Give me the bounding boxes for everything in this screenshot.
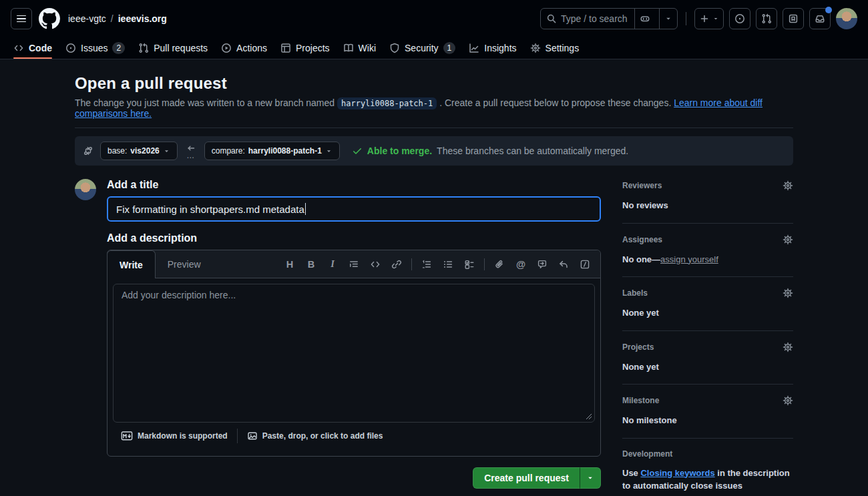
issues-icon[interactable] [729, 8, 750, 29]
shield-icon [389, 43, 400, 53]
tab-actions[interactable]: Actions [216, 37, 272, 59]
markdown-supported[interactable]: Markdown is supported [121, 431, 228, 441]
breadcrumb-separator: / [111, 13, 114, 24]
reviewers-title: Reviewers [622, 181, 662, 190]
search-placeholder: Type / to search [561, 13, 630, 24]
app-header: ieee-vgtc / ieeevis.org Type / to search [0, 0, 868, 59]
task-list-icon[interactable] [459, 255, 479, 274]
subtitle-text: The change you just made was written to … [75, 97, 335, 108]
branch-name-code: harryli0088-patch-1 [337, 97, 437, 109]
pr-form: Add a title Fix formatting in shortpaper… [75, 179, 601, 496]
hamburger-icon[interactable] [11, 8, 32, 29]
project-icon [280, 43, 291, 53]
closing-keywords-link[interactable]: Closing keywords [640, 468, 714, 478]
branch-compare-bar: base: vis2026 … compare: harryli0088-pat… [75, 136, 793, 166]
tab-pull-requests[interactable]: Pull requests [133, 37, 213, 59]
base-branch-selector[interactable]: base: vis2026 [100, 142, 178, 160]
reply-icon[interactable] [554, 255, 574, 274]
gear-icon[interactable] [783, 234, 793, 245]
create-new-button[interactable] [694, 8, 724, 29]
gear-icon[interactable] [783, 180, 793, 191]
code-icon[interactable] [365, 255, 385, 274]
chevron-down-icon [163, 148, 170, 155]
markdown-toolbar: H B I [280, 250, 600, 278]
tab-label: Projects [296, 43, 330, 53]
cross-reference-icon[interactable] [532, 255, 552, 274]
play-icon [221, 43, 232, 53]
pr-title-input[interactable]: Fix formatting in shortpapers.md metadat… [107, 196, 601, 222]
tab-code[interactable]: Code [8, 37, 57, 59]
assign-yourself-link[interactable]: assign yourself [660, 254, 718, 264]
bookmark-icon[interactable] [783, 8, 804, 29]
tab-label: Security [405, 43, 439, 53]
tab-security[interactable]: Security 1 [384, 37, 461, 59]
tab-label: Insights [484, 43, 516, 53]
mention-icon[interactable]: @ [511, 255, 531, 274]
unordered-list-icon[interactable] [438, 255, 458, 274]
title-field-label: Add a title [107, 179, 601, 191]
page-title: Open a pull request [75, 74, 793, 93]
quote-icon[interactable] [344, 255, 364, 274]
bold-icon[interactable]: B [301, 255, 321, 274]
tab-projects[interactable]: Projects [275, 37, 335, 59]
breadcrumb-repo[interactable]: ieeevis.org [118, 13, 167, 24]
gear-icon[interactable] [783, 342, 793, 352]
editor-tab-bar: Write Preview H B I [107, 250, 600, 278]
assignees-none-text: No one— [622, 254, 660, 264]
numbered-list-icon[interactable] [417, 255, 437, 274]
create-pull-request-button[interactable]: Create pull request [473, 467, 580, 489]
tab-preview[interactable]: Preview [156, 250, 213, 278]
gear-icon[interactable] [783, 288, 793, 298]
toolbar-divider [484, 258, 485, 270]
inbox-icon[interactable] [809, 8, 831, 29]
description-input[interactable]: Add your description here... [113, 284, 595, 423]
markdown-editor: Write Preview H B I [107, 250, 601, 457]
compare-branch-selector[interactable]: compare: harryli0088-patch-1 [204, 142, 340, 160]
github-logo[interactable] [39, 8, 60, 29]
user-avatar[interactable] [836, 8, 857, 29]
slash-commands-icon[interactable] [575, 255, 595, 274]
subtitle-text: . Create a pull request below to propose… [439, 97, 671, 108]
issues-count-badge: 2 [112, 42, 125, 54]
header-divider [686, 12, 686, 25]
attach-files[interactable]: Paste, drop, or click to add files [247, 431, 383, 441]
create-pr-split-button: Create pull request [473, 467, 601, 489]
form-column: Add a title Fix formatting in shortpaper… [107, 179, 601, 496]
resize-grip[interactable] [586, 413, 592, 420]
page-subtitle: The change you just made was written to … [75, 97, 793, 119]
milestone-value: No milestone [622, 414, 793, 427]
search-input[interactable]: Type / to search [540, 8, 678, 29]
author-avatar [75, 179, 96, 200]
italic-icon[interactable]: I [322, 255, 343, 274]
range-ellipsis: … [186, 153, 195, 158]
tab-wiki[interactable]: Wiki [338, 37, 381, 59]
main-container: Open a pull request The change you just … [75, 59, 793, 496]
tab-label: Actions [236, 43, 267, 53]
check-icon [352, 146, 363, 156]
markdown-note: Markdown is supported [138, 431, 228, 441]
text-cursor [305, 203, 306, 215]
link-icon[interactable] [387, 255, 407, 274]
create-pr-options-caret[interactable] [580, 467, 601, 489]
tab-insights[interactable]: Insights [463, 37, 521, 59]
tab-write[interactable]: Write [107, 250, 156, 278]
compare-branch-name: harryli0088-patch-1 [248, 146, 322, 156]
gear-icon[interactable] [783, 395, 793, 406]
labels-section: Labels None yet [622, 286, 793, 331]
tab-settings[interactable]: Settings [525, 37, 585, 59]
topbar-actions: Type / to search [540, 8, 857, 29]
copilot-icon[interactable] [634, 9, 655, 29]
pull-requests-icon[interactable] [756, 8, 777, 29]
book-icon [343, 43, 354, 53]
paperclip-icon[interactable] [489, 255, 509, 274]
range-arrow: … [186, 144, 196, 158]
labels-title: Labels [622, 288, 648, 298]
git-compare-icon [83, 146, 93, 156]
chevron-down-icon[interactable] [659, 9, 677, 29]
tab-issues[interactable]: Issues 2 [60, 37, 130, 59]
heading-icon[interactable]: H [280, 255, 300, 274]
breadcrumb-owner[interactable]: ieee-vgtc [68, 13, 106, 24]
divider [75, 128, 793, 128]
development-value: Use Closing keywords in the description … [622, 467, 793, 493]
issue-opened-icon [65, 43, 76, 53]
